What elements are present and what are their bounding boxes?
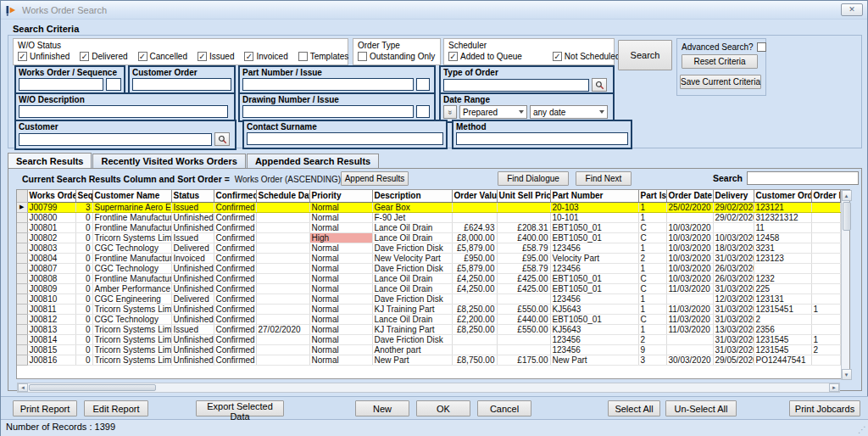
table-cell[interactable]: 10/03/2020	[666, 222, 713, 232]
table-cell[interactable]	[256, 212, 309, 222]
table-cell[interactable]: Frontline Manufacturing Lt	[92, 212, 171, 222]
table-cell[interactable]: Lance Oil Drain	[372, 273, 452, 283]
table-cell[interactable]: 0	[75, 222, 92, 232]
table-cell[interactable]	[811, 314, 840, 324]
table-cell[interactable]: Normal	[309, 324, 372, 334]
table-cell[interactable]: 1	[638, 212, 666, 222]
table-cell[interactable]: 31/03/2020	[713, 344, 754, 355]
table-cell[interactable]	[811, 283, 840, 293]
checkbox-box-icon[interactable]	[358, 52, 367, 61]
row-selector[interactable]	[17, 212, 27, 222]
table-cell[interactable]: 123123	[754, 253, 811, 263]
table-cell[interactable]: 11/03/2020	[666, 304, 713, 314]
table-cell[interactable]: Confirmed	[214, 243, 256, 253]
table-cell[interactable]: Normal	[309, 263, 372, 273]
column-header[interactable]: Order Value	[452, 190, 497, 202]
scroll-down-icon[interactable]: ▼	[842, 369, 852, 380]
table-cell[interactable]: Issued	[171, 202, 214, 212]
table-cell[interactable]: Delivered	[171, 243, 214, 253]
table-cell[interactable]: Normal	[309, 253, 372, 263]
table-cell[interactable]: 0	[75, 243, 92, 253]
row-selector[interactable]	[17, 283, 27, 293]
table-row[interactable]: J008080Frontline Manufacturing LtUnfinis…	[17, 273, 840, 283]
table-cell[interactable]: Dave Friction Disk	[372, 334, 452, 344]
table-cell[interactable]: Unfinished	[171, 355, 214, 365]
column-header[interactable]: Customer Order	[754, 190, 811, 202]
column-header[interactable]: Priority	[309, 190, 372, 202]
table-cell[interactable]: Delivered	[171, 293, 214, 304]
column-header[interactable]: Schedule Date	[256, 190, 309, 202]
table-row[interactable]: J008100CGC EngineeringDeliveredConfirmed…	[17, 293, 840, 304]
table-cell[interactable]: Invoiced	[171, 253, 214, 263]
row-selector[interactable]	[17, 314, 27, 324]
table-cell[interactable]: Tricorn Systems Limited	[92, 304, 171, 314]
table-cell[interactable]: Confirmed	[214, 344, 256, 355]
results-search-input[interactable]	[747, 171, 859, 185]
checkbox-not-scheduled[interactable]: ✓Not Scheduled	[553, 52, 620, 61]
table-cell[interactable]: 1	[638, 202, 666, 212]
table-cell[interactable]	[666, 293, 713, 304]
table-cell[interactable]: Confirmed	[214, 202, 256, 212]
table-cell[interactable]: Unfinished	[171, 283, 214, 293]
table-cell[interactable]: Tricorn Systems Limited	[92, 324, 171, 334]
table-cell[interactable]: Amber Performance	[92, 283, 171, 293]
table-cell[interactable]: New Part	[550, 355, 638, 365]
table-cell[interactable]	[256, 344, 309, 355]
table-cell[interactable]: 31/03/2020	[713, 253, 754, 263]
table-cell[interactable]: 1	[811, 304, 840, 314]
table-cell[interactable]: 123456	[550, 334, 638, 344]
row-selector[interactable]	[17, 355, 27, 365]
table-cell[interactable]: 31/03/2020	[713, 283, 754, 293]
table-cell[interactable]	[452, 212, 497, 222]
row-selector[interactable]	[17, 273, 27, 283]
double-chevron-down-icon[interactable]: »	[443, 105, 457, 119]
resize-grip-icon[interactable]: ⋰	[858, 425, 866, 434]
method-input[interactable]	[456, 132, 628, 145]
table-cell[interactable]: Unfinished	[171, 222, 214, 232]
table-cell[interactable]: J00816	[27, 355, 75, 365]
column-header[interactable]: Delivery	[713, 190, 754, 202]
table-cell[interactable]: 123456	[550, 243, 638, 253]
column-header[interactable]: Seq	[75, 190, 92, 202]
column-header[interactable]: Order Date	[666, 190, 713, 202]
table-cell[interactable]: C	[638, 232, 666, 243]
table-cell[interactable]: 0	[75, 344, 92, 355]
table-cell[interactable]: 0	[75, 273, 92, 283]
scroll-left-icon[interactable]: ◄	[18, 383, 28, 392]
table-cell[interactable]: J00811	[27, 304, 75, 314]
table-cell[interactable]: 11/03/2020	[666, 324, 713, 334]
table-cell[interactable]	[811, 324, 840, 334]
checkbox-added-to-queue[interactable]: ✓Added to Queue	[448, 52, 522, 61]
table-cell[interactable]	[666, 344, 713, 355]
table-cell[interactable]	[256, 314, 309, 324]
table-cell[interactable]	[452, 344, 497, 355]
column-header[interactable]: Order I	[811, 190, 840, 202]
table-cell[interactable]: Normal	[309, 243, 372, 253]
table-cell[interactable]: Confirmed	[214, 293, 256, 304]
table-cell[interactable]: EBT1050_01	[550, 314, 638, 324]
table-cell[interactable]: 1	[811, 334, 840, 344]
table-cell[interactable]: Confirmed	[214, 273, 256, 283]
date-range-field-select[interactable]: Prepared	[459, 105, 527, 119]
table-cell[interactable]: 2356	[754, 324, 811, 334]
table-cell[interactable]: £175.00	[497, 355, 550, 365]
table-cell[interactable]: 11	[754, 222, 811, 232]
table-cell[interactable]: J00812	[27, 314, 75, 324]
table-cell[interactable]: Tricorn Systems Limited	[92, 232, 171, 243]
table-cell[interactable]: C	[638, 222, 666, 232]
scroll-right-icon[interactable]: ►	[829, 383, 839, 392]
table-cell[interactable]: 123456	[550, 263, 638, 273]
table-cell[interactable]: £624.93	[452, 222, 497, 232]
table-cell[interactable]	[811, 253, 840, 263]
table-cell[interactable]	[256, 232, 309, 243]
table-cell[interactable]	[497, 344, 550, 355]
table-cell[interactable]: 29/05/2020	[713, 355, 754, 365]
print-jobcards-button[interactable]: Print Jobcards	[789, 400, 860, 416]
search-button[interactable]: Search	[618, 40, 672, 70]
table-cell[interactable]: 225	[754, 283, 811, 293]
table-cell[interactable]: Tricorn Systems Limited	[92, 334, 171, 344]
column-header[interactable]: Works Order	[27, 190, 75, 202]
checkbox-outstanding-only[interactable]: Outstanding Only	[358, 52, 435, 61]
part-issue-input[interactable]	[416, 78, 430, 91]
table-cell[interactable]: 2	[638, 253, 666, 263]
